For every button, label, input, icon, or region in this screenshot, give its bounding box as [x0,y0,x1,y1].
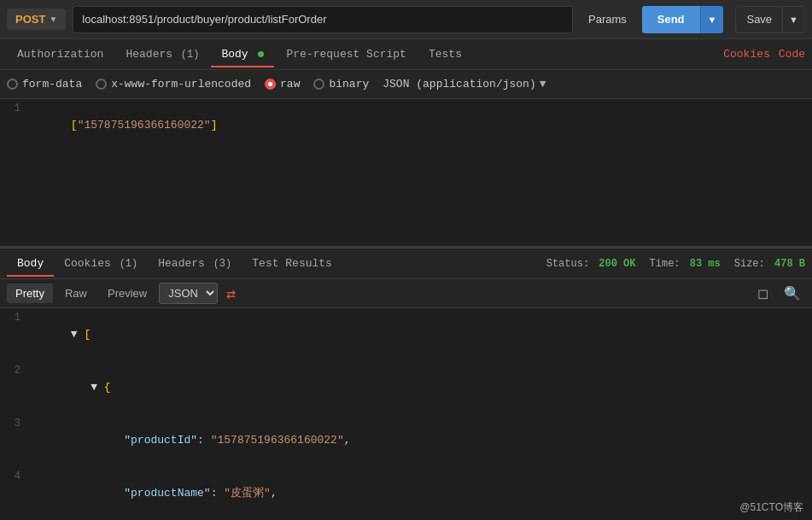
copy-button[interactable]: ◻ [753,283,773,303]
resp-tab-test-results[interactable]: Test Results [242,250,342,277]
response-format-bar: Pretty Raw Preview JSON ⇄ ◻ 🔍 [0,279,812,308]
option-raw[interactable]: raw [265,78,300,91]
request-editor[interactable]: 1 ["157875196366160022"] [0,99,812,248]
tab-body[interactable]: Body [211,41,274,67]
send-dropdown-button[interactable]: ▼ [700,6,724,33]
format-select[interactable]: JSON [159,283,218,304]
tab-authorization[interactable]: Authorization [7,41,114,67]
code-link[interactable]: Code [779,48,805,61]
method-arrow-icon: ▼ [49,15,57,24]
size-label: Size: [734,258,765,270]
url-input[interactable] [73,6,573,33]
resp-line-4: 4 "productName": "皮蛋粥", [0,467,812,520]
time-label: Time: [650,258,681,270]
option-binary[interactable]: binary [313,78,369,91]
response-status-info: Status: 200 OK Time: 83 ms Size: 478 B [546,258,805,270]
request-tabs-left: Authorization Headers (1) Body Pre-reque… [7,41,472,67]
method-label: POST [15,13,45,26]
body-active-dot [258,51,264,57]
option-urlencoded[interactable]: x-www-form-urlencoded [96,78,251,91]
send-button[interactable]: Send [642,6,700,33]
request-tabs: Authorization Headers (1) Body Pre-reque… [0,39,812,70]
resp-line-3: 3 "productId": "157875196366160022", [0,414,812,467]
status-value: 200 OK [599,258,635,270]
pretty-button[interactable]: Pretty [7,283,53,303]
resp-line-1: 1 ▼ [ [0,308,812,361]
time-value: 83 ms [690,258,721,270]
tab-headers[interactable]: Headers (1) [115,41,209,67]
response-tabs-left: Body Cookies (1) Headers (3) Test Result… [7,250,342,277]
method-button[interactable]: POST ▼ [7,9,66,30]
preview-button[interactable]: Preview [99,283,155,303]
option-form-data[interactable]: form-data [7,78,82,91]
status-label: Status: [546,258,589,270]
size-value: 478 B [774,258,805,270]
resp-tab-body[interactable]: Body [7,250,54,277]
resp-line-2: 2 ▼ { [0,361,812,414]
send-group: Send ▼ [642,6,724,33]
json-format-select-wrap: JSON (application/json) ▼ [383,78,546,91]
save-dropdown-button[interactable]: ▼ [783,6,805,33]
resp-tab-cookies[interactable]: Cookies (1) [54,250,148,277]
body-options: form-data x-www-form-urlencoded raw bina… [0,70,812,99]
raw-button[interactable]: Raw [56,283,96,303]
response-editor[interactable]: 1 ▼ [ 2 ▼ { 3 "productId": "157875196366… [0,308,812,520]
save-group: Save ▼ [735,6,805,33]
save-button[interactable]: Save [735,6,783,33]
format-right: ◻ 🔍 [753,283,805,303]
cookies-link[interactable]: Cookies [723,48,770,61]
tab-tests[interactable]: Tests [418,41,472,67]
tab-pre-request[interactable]: Pre-request Script [276,41,416,67]
response-tabs-bar: Body Cookies (1) Headers (3) Test Result… [0,248,812,279]
radio-raw[interactable] [265,79,276,90]
resp-tab-headers[interactable]: Headers (3) [148,250,242,277]
json-format-arrow-icon[interactable]: ▼ [540,78,546,91]
search-button[interactable]: 🔍 [780,283,805,303]
request-tabs-right: Cookies Code [723,48,805,61]
wrap-icon[interactable]: ⇄ [226,284,236,303]
json-format-label: JSON (application/json) [383,78,535,91]
format-left: Pretty Raw Preview JSON ⇄ [7,283,236,304]
radio-binary[interactable] [313,79,324,90]
radio-form-data[interactable] [7,79,18,90]
request-line-1: 1 ["157875196366160022"] [0,99,812,152]
params-button[interactable]: Params [580,9,635,30]
radio-urlencoded[interactable] [96,79,107,90]
top-bar: POST ▼ Params Send ▼ Save ▼ [0,0,812,39]
